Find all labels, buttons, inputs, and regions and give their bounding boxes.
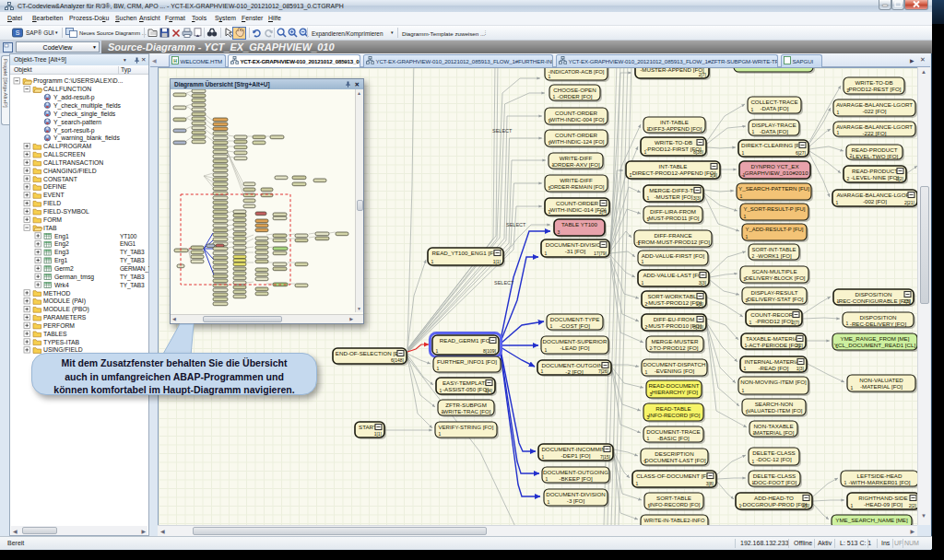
svg-text:Y_sort-result-p: Y_sort-result-p	[53, 127, 95, 134]
svg-text:-DELIVERY-STAT [FO]: -DELIVERY-STAT [FO]	[746, 296, 804, 302]
svg-text:Y_add-result-p: Y_add-result-p	[53, 94, 95, 101]
svg-text:FORM: FORM	[43, 216, 62, 223]
svg-text:-INFO-RECORD [FO]: -INFO-RECORD [FO]	[647, 412, 701, 418]
svg-text:Y_search-pattern: Y_search-pattern	[53, 119, 101, 126]
svg-text:-REC-CONFIGURABLE [FO]: -REC-CONFIGURABLE [FO]	[837, 298, 911, 304]
svg-text:1: 1	[752, 129, 755, 134]
svg-text:YT100: YT100	[120, 233, 137, 239]
svg-text:VERIFY-STRING [FO]: VERIFY-STRING [FO]	[439, 424, 494, 430]
svg-text:2[2]: 2[2]	[796, 343, 804, 348]
svg-text:-REC-DELIVERY [FO]: -REC-DELIVERY [FO]	[850, 321, 907, 327]
svg-text:1: 1	[837, 110, 840, 115]
svg-text:Erg1: Erg1	[54, 257, 68, 264]
svg-text:1: 1	[744, 366, 747, 371]
svg-text:-ORDER-AXV [FO]: -ORDER-AXV [FO]	[551, 161, 600, 168]
svg-text:FIELD: FIELD	[43, 200, 61, 206]
svg-text:-HIERARCHY [FO]: -HIERARCHY [FO]	[650, 389, 698, 395]
svg-text:1: 1	[846, 321, 849, 326]
svg-text:1: 1	[851, 385, 854, 391]
svg-text:Y_check_single_fields: Y_check_single_fields	[53, 111, 116, 118]
svg-text:1: 1	[552, 162, 555, 168]
svg-text:1: 1	[647, 195, 650, 201]
svg-text:1[1]: 1[1]	[374, 431, 383, 437]
svg-text:2: 2	[847, 176, 850, 181]
svg-text:CALLFUNCTION: CALLFUNCTION	[43, 86, 91, 92]
svg-text:-MUSTER-APPEND [FO]: -MUSTER-APPEND [FO]	[640, 68, 704, 73]
svg-text:SELECT: SELECT	[506, 222, 526, 228]
svg-text:S: S	[16, 29, 20, 36]
svg-text:-2 [FO]: -2 [FO]	[565, 368, 584, 375]
svg-text:8[30]: 8[30]	[693, 149, 704, 155]
svg-text:2: 2	[645, 301, 648, 307]
svg-text:Programm C:\USERS\ALEX\D...: Programm C:\USERS\ALEX\D...	[33, 77, 124, 85]
svg-text:-DIFF3-APPEND [FO]: -DIFF3-APPEND [FO]	[647, 125, 702, 132]
svg-text:1[1]: 1[1]	[493, 259, 502, 264]
svg-text:1: 1	[746, 409, 749, 414]
svg-text:TY_TAB3: TY_TAB3	[120, 257, 145, 264]
svg-text:-EVENING [FO]: -EVENING [FO]	[655, 368, 695, 374]
svg-text:8[109]: 8[109]	[483, 348, 497, 354]
svg-text:-DATA [FO]: -DATA [FO]	[760, 105, 788, 111]
svg-text:Wrk4: Wrk4	[54, 282, 69, 288]
svg-text:1: 1	[436, 348, 439, 354]
svg-text:-PROD12-REST [FO]: -PROD12-REST [FO]	[846, 86, 901, 92]
svg-text:END-OF-SELECTION [EV]: END-OF-SELECTION [EV]	[336, 350, 405, 356]
svg-text:2[7]: 2[7]	[699, 72, 707, 77]
svg-text:-DATA [FO]: -DATA [FO]	[760, 128, 788, 134]
svg-text:1: 1	[752, 459, 755, 464]
svg-text:CLASS-OF-DOCUMENT [FO]: CLASS-OF-DOCUMENT [FO]	[636, 472, 713, 479]
svg-text:-WITH-INDIC-014 [FO]: -WITH-INDIC-014 [FO]	[549, 206, 607, 213]
svg-text:Y_check_multiple_fields: Y_check_multiple_fields	[53, 102, 122, 110]
svg-text:Y_warning_blank_fields: Y_warning_blank_fields	[53, 134, 120, 142]
svg-text:-022 [FO]: -022 [FO]	[862, 108, 886, 114]
svg-text:8[10]: 8[10]	[693, 324, 704, 330]
svg-text:1: 1	[553, 94, 556, 99]
svg-text:-31 [FO]: -31 [FO]	[565, 248, 586, 254]
svg-text:3: 3	[558, 229, 560, 235]
svg-text:1: 1	[753, 430, 756, 436]
svg-text:-READ [FO]: -READ [FO]	[758, 365, 788, 371]
svg-text:TY_TAB3: TY_TAB3	[120, 249, 145, 256]
svg-text:-TO-PROD12 [FO]: -TO-PROD12 [FO]	[651, 344, 698, 351]
svg-text:1: 1	[541, 368, 544, 374]
svg-text:-MUST-PROD11 [FO]: -MUST-PROD11 [FO]	[647, 215, 700, 221]
svg-text:GERMAN_T: GERMAN_T	[120, 265, 150, 273]
svg-text:START: START	[359, 424, 377, 430]
svg-text:1: 1	[751, 107, 754, 112]
svg-text:1: 1	[648, 503, 651, 508]
svg-text:1: 1	[642, 259, 644, 264]
svg-text:1: 1	[836, 200, 839, 205]
svg-text:1: 1	[837, 298, 840, 304]
svg-text:YCL_DOCUMENT_READ1 [CL]: YCL_DOCUMENT_READ1 [CL]	[834, 342, 916, 348]
svg-text:2[7]: 2[7]	[792, 320, 800, 325]
svg-text:1: 1	[442, 409, 444, 414]
svg-text:1: 1	[642, 280, 644, 286]
svg-text:Germ2: Germ2	[54, 265, 74, 272]
svg-text:1: 1	[545, 251, 548, 256]
svg-text:1: 1	[739, 503, 742, 508]
svg-text:-222 [FO]: -222 [FO]	[862, 130, 886, 136]
svg-text:-BASIC [FO]: -BASIC [FO]	[657, 435, 690, 441]
svg-text:1: 1	[548, 499, 550, 505]
svg-text:3[5]: 3[5]	[802, 503, 810, 508]
svg-text:-3 [FO]: -3 [FO]	[567, 497, 585, 504]
svg-text:-DEP1 [FO]: -DEP1 [FO]	[561, 452, 591, 459]
svg-text:-DOC-12 [FO]: -DOC-12 [FO]	[756, 456, 792, 462]
svg-text:1: 1	[545, 347, 548, 353]
svg-text:YME_SEARCH_NAME [ME]: YME_SEARCH_NAME [ME]	[835, 517, 908, 523]
svg-text:Eng2: Eng2	[54, 240, 69, 248]
svg-text:-MATERIAL [FO]: -MATERIAL [FO]	[753, 429, 795, 436]
svg-text:1: 1	[549, 185, 551, 191]
svg-text:1: 1	[749, 320, 752, 325]
svg-text:Y_SEARCH-PATTERN [FU]: Y_SEARCH-PATTERN [FU]	[738, 185, 809, 192]
svg-text:1: 1	[836, 344, 839, 349]
svg-text:-DOC-FOOT [FO]: -DOC-FOOT [FO]	[752, 479, 797, 485]
svg-text:2[5]: 2[5]	[903, 298, 912, 304]
svg-text:CALLPROGRAM: CALLPROGRAM	[43, 143, 91, 149]
svg-text:1: 1	[742, 150, 745, 156]
svg-text:-WRITE-TRAC [FO]: -WRITE-TRAC [FO]	[442, 408, 491, 414]
svg-text:1: 1	[844, 480, 847, 485]
svg-text:-MUST-PROD12 [FO]: -MUST-PROD12 [FO]	[646, 299, 702, 306]
svg-text:1: 1	[550, 323, 553, 329]
svg-text:H: H	[173, 58, 177, 64]
